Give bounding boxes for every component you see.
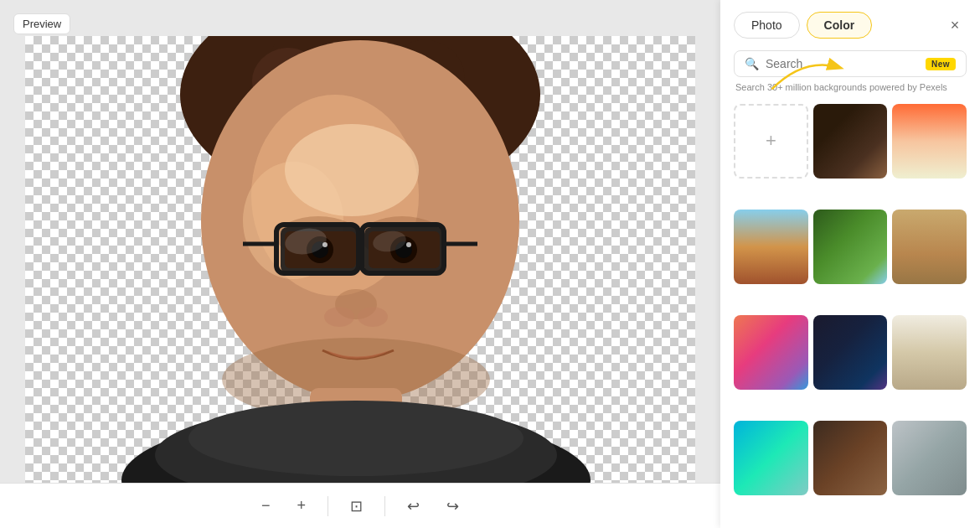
photo-cell[interactable] xyxy=(813,315,888,390)
add-photo-cell[interactable]: + xyxy=(734,104,808,179)
photo-cell[interactable] xyxy=(892,210,967,284)
svg-point-39 xyxy=(188,401,524,476)
tab-color[interactable]: Color xyxy=(807,12,873,39)
photo-cell[interactable] xyxy=(813,421,888,495)
tab-photo[interactable]: Photo xyxy=(734,12,800,39)
toolbar-divider-2 xyxy=(384,496,385,516)
add-icon: + xyxy=(766,130,776,152)
search-hint: Search 30+ million backgrounds powered b… xyxy=(734,82,967,92)
sidebar-panel: Photo Color × 🔍 New Search 30+ million b… xyxy=(720,0,980,528)
toolbar-divider-1 xyxy=(328,496,328,516)
photo-cell[interactable] xyxy=(813,104,888,179)
svg-point-34 xyxy=(358,307,388,327)
photo-cell[interactable] xyxy=(734,421,808,495)
preview-label: Preview xyxy=(13,13,70,34)
photo-cell[interactable] xyxy=(892,104,967,179)
zoom-in-button[interactable]: + xyxy=(292,492,312,520)
photo-cell[interactable] xyxy=(892,421,967,495)
photo-cell[interactable] xyxy=(892,315,967,390)
search-bar: 🔍 New xyxy=(734,50,967,77)
new-badge: New xyxy=(926,58,956,70)
svg-point-33 xyxy=(324,307,354,327)
image-container xyxy=(25,36,695,493)
search-input[interactable] xyxy=(766,57,919,70)
svg-point-14 xyxy=(285,124,419,216)
redo-button[interactable]: ↪ xyxy=(441,492,464,520)
svg-point-27 xyxy=(406,242,411,247)
panel-header: Photo Color × xyxy=(720,0,980,39)
photo-cell[interactable] xyxy=(734,210,808,284)
tab-group: Photo Color xyxy=(734,12,872,39)
zoom-out-button[interactable]: − xyxy=(256,492,276,520)
search-icon: 🔍 xyxy=(745,57,759,70)
photo-cell[interactable] xyxy=(734,315,808,390)
fit-button[interactable]: ⊡ xyxy=(345,492,368,520)
close-button[interactable]: × xyxy=(943,13,967,37)
search-area: 🔍 New Search 30+ million backgrounds pow… xyxy=(720,39,980,97)
photo-cell[interactable] xyxy=(813,210,888,284)
photo-grid: + xyxy=(720,97,980,528)
bottom-toolbar: − + ⊡ ↩ ↪ xyxy=(0,483,720,528)
person-portrait xyxy=(25,36,695,493)
undo-button[interactable]: ↩ xyxy=(402,492,425,520)
canvas-area: Preview xyxy=(0,0,720,528)
